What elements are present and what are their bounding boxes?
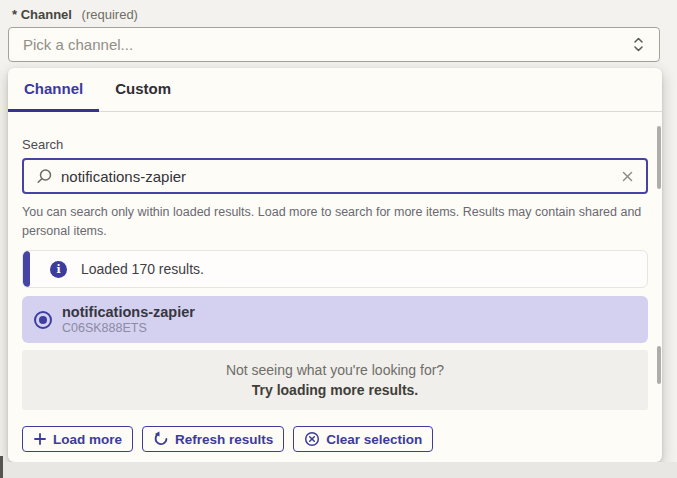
search-icon — [36, 168, 53, 185]
field-label: * Channel (required) — [12, 7, 138, 22]
chevron-updown-icon — [632, 36, 645, 53]
tab-channel[interactable]: Channel — [8, 68, 99, 112]
page-background-strip — [0, 462, 677, 478]
action-bar: Load more Refresh results — [22, 426, 648, 452]
field-required-note: (required) — [82, 7, 138, 22]
refresh-results-button[interactable]: Refresh results — [142, 426, 284, 452]
clear-circle-icon — [304, 431, 320, 447]
search-field — [22, 158, 648, 194]
alert-message: Loaded 170 results. — [81, 261, 204, 277]
info-icon: i — [50, 261, 67, 278]
result-title: notifications-zapier — [62, 304, 195, 321]
select-placeholder: Pick a channel... — [23, 36, 632, 53]
page-edge-element — [0, 456, 3, 478]
result-id: C06SK888ETS — [62, 321, 195, 336]
channel-select[interactable]: Pick a channel... — [8, 27, 660, 62]
alert-accent-bar — [23, 251, 30, 287]
field-label-text: * Channel — [12, 7, 72, 22]
search-helper-text: You can search only within loaded result… — [22, 203, 642, 241]
hint-suggestion: Try loading more results. — [252, 380, 419, 400]
clear-search-button[interactable] — [619, 168, 636, 185]
scrollbar-thumb[interactable] — [657, 126, 661, 189]
clear-selection-button[interactable]: Clear selection — [293, 426, 433, 452]
refresh-results-label: Refresh results — [175, 432, 273, 447]
close-icon — [621, 171, 634, 186]
tab-bar: Channel Custom — [8, 68, 662, 112]
load-more-button[interactable]: Load more — [22, 426, 133, 452]
refresh-icon — [153, 431, 169, 447]
clear-selection-label: Clear selection — [326, 432, 422, 447]
radio-selected-icon[interactable] — [34, 311, 52, 329]
result-option[interactable]: notifications-zapier C06SK888ETS — [22, 296, 648, 343]
search-label: Search — [22, 137, 648, 152]
scrollbar-thumb[interactable] — [657, 346, 661, 384]
load-more-label: Load more — [53, 432, 122, 447]
panel-content: Search — [8, 137, 662, 452]
hint-question: Not seeing what you're looking for? — [226, 360, 444, 380]
search-input[interactable] — [61, 168, 619, 185]
channel-picker-panel: Channel Custom Search — [8, 68, 662, 462]
tab-custom[interactable]: Custom — [99, 68, 187, 112]
load-more-hint: Not seeing what you're looking for? Try … — [22, 350, 648, 410]
channel-picker-screen: * Channel (required) Pick a channel... C… — [0, 0, 677, 478]
info-alert: i Loaded 170 results. — [22, 250, 648, 288]
result-text: notifications-zapier C06SK888ETS — [62, 304, 195, 336]
plus-icon — [33, 432, 47, 446]
